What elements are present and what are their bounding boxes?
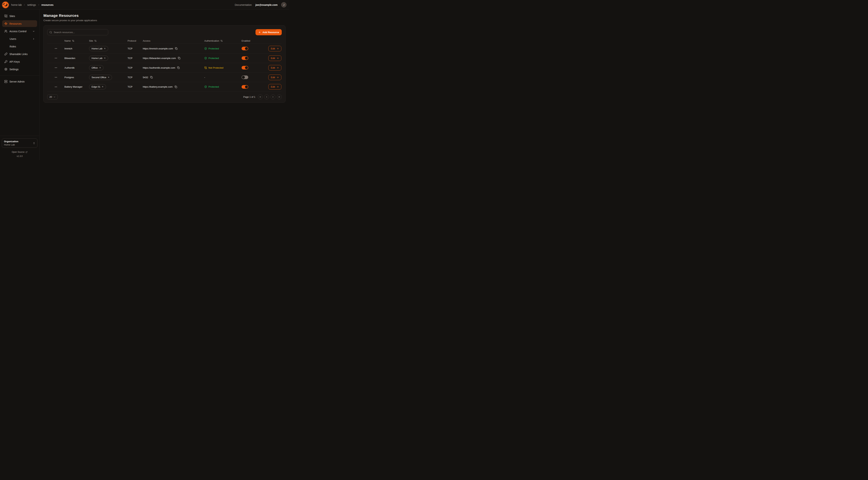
sidebar-item-shareable-links[interactable]: Shareable Links — [2, 51, 37, 57]
site-name: Edge 01 — [92, 85, 100, 88]
chevrons-up-down-icon — [33, 142, 35, 144]
table-row: Authentik Office TCP https://authentik.e… — [47, 63, 282, 72]
page-title: Manage Resources — [43, 13, 285, 18]
pagination: 20 Page 1 of 1 — [47, 94, 282, 99]
auth-status: - — [204, 76, 205, 79]
enabled-toggle[interactable] — [242, 47, 248, 50]
sidebar-item-label: Resources — [9, 22, 22, 25]
copy-icon[interactable] — [178, 57, 181, 60]
arrow-up-right-icon — [99, 67, 101, 69]
combine-icon — [4, 14, 7, 18]
avatar[interactable]: J — [281, 2, 286, 7]
arrow-right-icon — [277, 48, 279, 50]
breadcrumb-resources[interactable]: resources — [41, 3, 54, 6]
site-link[interactable]: Home Lab — [89, 56, 108, 61]
arrow-right-icon — [277, 76, 279, 79]
user-email[interactable]: joe@example.com — [255, 3, 278, 6]
edit-button[interactable]: Edit — [268, 65, 281, 70]
arrow-up-right-icon — [104, 48, 106, 50]
column-header-access: Access — [143, 39, 150, 42]
copy-icon[interactable] — [175, 47, 178, 50]
enabled-toggle[interactable] — [242, 76, 248, 79]
avatar-initial: J — [283, 4, 284, 6]
sidebar-item-roles[interactable]: Roles — [2, 43, 37, 50]
row-menu-button[interactable] — [54, 75, 58, 80]
resource-name: Authentik — [64, 66, 89, 69]
sort-icon[interactable] — [220, 40, 223, 42]
column-header-enabled: Enabled — [242, 39, 250, 42]
chevron-right-icon — [38, 4, 40, 6]
resources-card: Add Resource Name Site Protocol Access A… — [43, 25, 285, 102]
add-resource-button[interactable]: Add Resource — [255, 29, 282, 35]
sort-icon[interactable] — [94, 40, 97, 42]
column-header-protocol: Protocol — [128, 39, 136, 42]
enabled-toggle[interactable] — [242, 56, 248, 60]
sidebar-item-resources[interactable]: Resources — [2, 20, 37, 27]
next-page-button[interactable] — [271, 94, 275, 99]
auth-status: Not Protected — [209, 66, 223, 69]
site-link[interactable]: Office — [89, 65, 103, 70]
edit-button[interactable]: Edit — [268, 74, 281, 80]
access-value: https://immich.example.com — [143, 47, 173, 50]
auth-status: Protected — [209, 57, 219, 60]
sidebar-item-sites[interactable]: Sites — [2, 13, 37, 19]
table-row: Postgres Second Office TCP 5432 - Edit — [47, 72, 282, 82]
chevron-down-icon — [53, 96, 56, 98]
row-menu-button[interactable] — [54, 46, 58, 51]
table-header-row: Name Site Protocol Access Authentication… — [47, 38, 282, 43]
copy-icon[interactable] — [150, 76, 153, 79]
breadcrumb-org[interactable]: home-lab — [11, 3, 22, 6]
edit-button[interactable]: Edit — [268, 84, 281, 90]
sidebar-item-users[interactable]: Users — [2, 35, 37, 42]
protocol: TCP — [128, 47, 143, 50]
sidebar-item-label: Users — [9, 37, 16, 40]
last-page-button[interactable] — [277, 94, 282, 99]
sidebar-item-settings[interactable]: Settings — [2, 66, 37, 72]
edit-label: Edit — [271, 47, 275, 50]
row-menu-button[interactable] — [54, 56, 58, 60]
enabled-toggle[interactable] — [242, 66, 248, 69]
sort-icon[interactable] — [72, 40, 74, 42]
protocol: TCP — [128, 57, 143, 60]
search-input[interactable] — [54, 31, 106, 34]
chevron-left-icon — [266, 96, 268, 98]
auth-status: Protected — [209, 47, 219, 50]
row-menu-button[interactable] — [54, 85, 58, 89]
site-link[interactable]: Edge 01 — [89, 84, 106, 89]
arrow-up-right-icon — [107, 77, 110, 79]
open-source-link[interactable]: Open Source — [2, 151, 37, 153]
resource-name: Bitwarden — [64, 57, 89, 60]
key-icon — [4, 60, 7, 63]
column-header-name: Name — [64, 39, 71, 42]
enabled-toggle[interactable] — [242, 85, 248, 89]
shield-check-icon — [204, 85, 207, 88]
previous-page-button[interactable] — [264, 94, 269, 99]
arrow-up-right-icon — [104, 57, 106, 59]
site-link[interactable]: Home Lab — [89, 46, 108, 51]
breadcrumb-settings[interactable]: settings — [27, 3, 36, 6]
chevrons-left-icon — [259, 96, 261, 98]
table-row: Immich Home Lab TCP https://immich.examp… — [47, 43, 282, 53]
sidebar-item-label: API Keys — [9, 60, 20, 63]
copy-icon[interactable] — [177, 66, 180, 69]
arrow-right-icon — [277, 86, 279, 88]
sidebar-item-server-admin[interactable]: Server Admin — [2, 78, 37, 85]
site-link[interactable]: Second Office — [89, 75, 112, 80]
organization-selector[interactable]: Organization Home Lab — [2, 139, 37, 148]
edit-label: Edit — [271, 57, 275, 60]
copy-icon[interactable] — [174, 85, 178, 89]
page-size-select[interactable]: 20 — [47, 94, 58, 99]
app-version: v1.3.0 — [2, 155, 37, 157]
sidebar-item-access-control[interactable]: Access Control — [2, 28, 37, 35]
edit-button[interactable]: Edit — [268, 55, 281, 61]
waypoints-icon — [4, 22, 7, 25]
row-menu-button[interactable] — [54, 65, 58, 70]
sidebar-item-api-keys[interactable]: API Keys — [2, 58, 37, 65]
search-icon — [50, 31, 52, 34]
edit-button[interactable]: Edit — [268, 46, 281, 51]
documentation-link[interactable]: Documentation — [235, 3, 252, 6]
page-subtitle: Create secure proxies to your private ap… — [43, 19, 285, 22]
add-resource-label: Add Resource — [262, 31, 279, 34]
first-page-button[interactable] — [258, 94, 263, 99]
shield-check-icon — [204, 57, 207, 60]
